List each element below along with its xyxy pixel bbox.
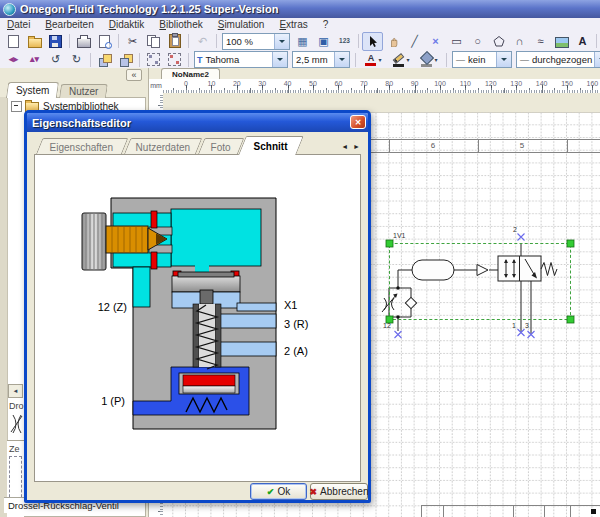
image-button[interactable] xyxy=(551,32,572,51)
selection-handles[interactable] xyxy=(386,240,574,323)
paste-icon xyxy=(169,34,181,48)
cancel-button-label: Abbrechen xyxy=(320,486,368,497)
sidebar-collapse-button[interactable]: « xyxy=(126,69,142,81)
grid-button[interactable]: ▦ xyxy=(292,32,313,51)
library-item-partial-2: Ze xyxy=(9,444,24,454)
ruler-number: 100 xyxy=(434,80,446,87)
group-button[interactable] xyxy=(143,52,164,68)
font-color-button[interactable]: A▾ xyxy=(359,52,387,68)
pointer-button[interactable] xyxy=(362,32,383,51)
chevron-down-icon[interactable]: ▾ xyxy=(434,56,437,63)
save-button[interactable] xyxy=(45,32,66,51)
text-button[interactable]: A xyxy=(572,32,593,51)
line-style-combo[interactable]: —durchgezogen xyxy=(516,51,600,68)
dialog-close-button[interactable]: ✕ xyxy=(350,115,366,129)
open-icon xyxy=(28,35,42,48)
paste-button[interactable] xyxy=(164,32,185,51)
front-button[interactable] xyxy=(94,52,115,68)
selection-rectangle[interactable] xyxy=(390,244,571,320)
line-icon: ╱ xyxy=(411,36,418,47)
ruler-number: 80 xyxy=(385,80,393,87)
arrow-style-combo-value: kein xyxy=(465,54,496,65)
document-tab-bar: NoName2 xyxy=(149,68,600,79)
curve-icon: ∩ xyxy=(516,36,524,47)
tab-foto[interactable]: Foto xyxy=(198,138,245,155)
print-button[interactable] xyxy=(73,32,94,51)
ruler-number: 110 xyxy=(460,80,471,87)
chevron-down-icon[interactable] xyxy=(496,52,511,67)
tab-scroll-left-button[interactable]: ◄ xyxy=(341,143,348,150)
open-button[interactable] xyxy=(24,32,45,51)
ungroup-button[interactable] xyxy=(164,52,185,68)
delete-button[interactable]: × xyxy=(425,32,446,51)
window-titlebar[interactable]: Omegon Fluid Technology 1.2.1.25 Super-V… xyxy=(0,0,600,19)
line-button[interactable]: ╱ xyxy=(404,32,425,51)
grid-icon: ▦ xyxy=(297,36,307,47)
ellipse-button[interactable]: ○ xyxy=(467,32,488,51)
chevron-down-icon[interactable] xyxy=(594,52,600,67)
zoom-level-combo[interactable]: 100 % xyxy=(222,33,290,50)
polygon-button[interactable] xyxy=(488,32,509,51)
component-thumbnail xyxy=(9,456,22,502)
chevron-down-icon[interactable] xyxy=(334,52,349,67)
numbers-icon: 123 xyxy=(339,38,350,45)
flip-h-icon: ◂▸ xyxy=(9,55,18,64)
chevron-down-icon[interactable]: ▾ xyxy=(378,56,381,63)
chevron-down-icon[interactable] xyxy=(272,52,287,67)
ruler-number: 20 xyxy=(233,80,241,87)
arrow-style-combo[interactable]: —kein xyxy=(452,51,512,68)
ok-button[interactable]: ✔ Ok xyxy=(250,483,307,500)
rot-l-button[interactable]: ↺ xyxy=(45,52,66,68)
zone-divider xyxy=(570,506,571,517)
port-label-3: 3 xyxy=(525,322,529,329)
tab-nutzerdaten[interactable]: Nutzerdaten xyxy=(124,138,203,155)
flip-v-button[interactable]: ▴▾ xyxy=(24,52,45,68)
valve-label-x1: X1 xyxy=(284,299,297,311)
cancel-button[interactable]: ✖ Abbrechen xyxy=(310,483,368,500)
copy-button[interactable] xyxy=(143,32,164,51)
flip-h-button[interactable]: ◂▸ xyxy=(3,52,24,68)
line-sample-icon: — xyxy=(517,55,529,65)
fill-color-button[interactable]: ▾ xyxy=(415,52,443,68)
sidebar-tab-system[interactable]: System xyxy=(6,82,60,98)
rot-r-button[interactable]: ↻ xyxy=(66,52,87,68)
tab-eigenschaften[interactable]: Eigenschaften xyxy=(36,138,129,155)
undo-icon: ↶ xyxy=(198,36,207,47)
dialog-titlebar[interactable]: Eigenschaftseditor ✕ xyxy=(27,113,368,132)
font-size-combo[interactable]: 2,5 mm xyxy=(292,51,350,68)
sidebar-tab-nutzer[interactable]: Nutzer xyxy=(59,84,108,98)
palette-scroll-left-button[interactable]: ◄ xyxy=(8,384,23,398)
rect-button[interactable]: ▭ xyxy=(446,32,467,51)
zone-divider xyxy=(389,140,390,152)
zone-divider xyxy=(421,506,422,517)
sheet-zone-band-bottom xyxy=(421,505,600,517)
print-icon xyxy=(77,34,91,48)
tree-expander-icon[interactable] xyxy=(11,101,22,112)
font-family-combo[interactable]: TTahoma xyxy=(194,51,288,68)
font-color-icon: A xyxy=(364,54,377,66)
zone-number: 6 xyxy=(423,140,443,152)
preview-button[interactable] xyxy=(94,32,115,51)
ruler-number: 50 xyxy=(309,80,317,87)
pen-color-button[interactable]: ▾ xyxy=(387,52,415,68)
cut-button[interactable]: ✂ xyxy=(122,32,143,51)
freehand-button[interactable]: ≈ xyxy=(530,32,551,51)
front-icon xyxy=(99,54,111,66)
port-label-2: 2 xyxy=(513,226,517,233)
undo-button[interactable]: ↶ xyxy=(192,32,213,51)
valve-label-12z: 12 (Z) xyxy=(98,301,127,313)
chevron-down-icon[interactable] xyxy=(274,34,289,49)
new-button[interactable] xyxy=(3,32,24,51)
pneumatic-circuit-selection[interactable]: 1V1 2 1 3 12 xyxy=(378,225,600,345)
frame-button[interactable]: ▣ xyxy=(313,32,334,51)
numbers-button[interactable]: 123 xyxy=(334,32,355,51)
valve-label-3r: 3 (R) xyxy=(284,318,308,330)
chevron-down-icon[interactable]: ▾ xyxy=(406,56,409,63)
zone-divider xyxy=(443,506,444,517)
tab-scroll-right-button[interactable]: ► xyxy=(353,143,360,150)
curve-button[interactable]: ∩ xyxy=(509,32,530,51)
port-label-12: 12 xyxy=(383,322,391,329)
tab-schnitt[interactable]: Schnitt xyxy=(238,136,304,155)
back-button[interactable] xyxy=(115,52,136,68)
hand-button[interactable] xyxy=(383,32,404,51)
